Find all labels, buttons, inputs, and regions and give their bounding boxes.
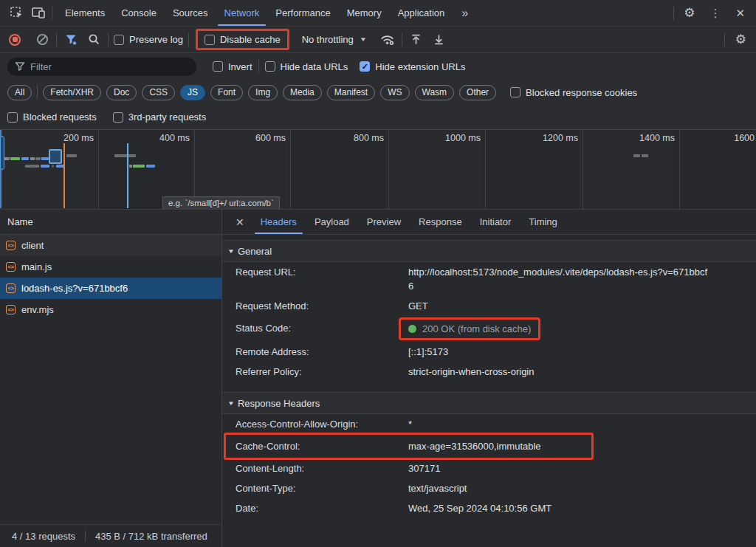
inspect-cursor-icon[interactable]: [7, 4, 25, 22]
disable-cache-label: Disable cache: [220, 34, 281, 45]
tab-sources[interactable]: Sources: [165, 0, 216, 26]
waterfall-bar: [642, 154, 648, 157]
transfer-summary: 435 B / 712 kB transferred: [95, 531, 207, 542]
export-har-icon[interactable]: [408, 31, 425, 49]
divider: [402, 33, 402, 47]
throttling-select[interactable]: No throttling ▼: [302, 34, 366, 45]
import-har-icon[interactable]: [430, 31, 448, 49]
details-tab-bar: ✕ Headers Payload Preview Response Initi…: [222, 210, 756, 235]
type-pill-css[interactable]: CSS: [142, 85, 175, 100]
type-pill-wasm[interactable]: Wasm: [415, 85, 455, 100]
tab-performance[interactable]: Performance: [267, 0, 338, 26]
hide-data-urls-group: Hide data URLs: [265, 61, 348, 72]
request-row-lodash-es[interactable]: <> lodash-es.js?v=671bbcf6: [0, 278, 221, 299]
timeline-gridline: [388, 130, 389, 209]
details-tab-response[interactable]: Response: [410, 210, 471, 234]
header-name: Content-Length:: [236, 461, 304, 475]
section-response-headers[interactable]: ▼ Response Headers: [222, 392, 756, 414]
network-settings-gear-icon[interactable]: ⚙: [730, 27, 752, 52]
tab-application[interactable]: Application: [390, 0, 453, 26]
type-pill-js[interactable]: JS: [180, 85, 205, 100]
details-tab-payload[interactable]: Payload: [306, 210, 358, 234]
overview-waterfall[interactable]: 200 ms400 ms600 ms800 ms1000 ms1200 ms14…: [0, 129, 756, 210]
third-party-requests-checkbox[interactable]: [113, 112, 123, 123]
search-icon[interactable]: [85, 31, 103, 49]
filter-toggle-icon[interactable]: [62, 31, 80, 49]
header-row-request-url: Request URL: http://localhost:5173/node_…: [222, 262, 756, 296]
network-conditions-icon[interactable]: [379, 31, 396, 49]
type-pill-all[interactable]: All: [7, 85, 32, 100]
type-pill-other[interactable]: Other: [459, 85, 496, 100]
details-tab-preview[interactable]: Preview: [358, 210, 410, 234]
type-pill-fetch-xhr[interactable]: Fetch/XHR: [43, 85, 101, 100]
waterfall-bar: [114, 154, 136, 157]
overview-window-handle[interactable]: [0, 136, 4, 170]
header-value: [::1]:5173: [408, 345, 749, 359]
tab-memory[interactable]: Memory: [339, 0, 390, 26]
request-list-empty-space: [0, 320, 221, 524]
disable-cache-checkbox[interactable]: [205, 35, 215, 45]
blocked-response-cookies-checkbox[interactable]: [510, 87, 520, 97]
hide-extension-urls-label: Hide extension URLs: [375, 61, 465, 72]
hide-extension-urls-group: ✓ Hide extension URLs: [360, 61, 465, 72]
timeline-gridline: [485, 130, 486, 209]
device-toolbar-icon[interactable]: [30, 4, 47, 22]
timeline-tick-label: 400 ms: [142, 133, 190, 143]
timeline-tick-label: 1200 ms: [531, 133, 578, 143]
timeline-tick-label: 1000 ms: [433, 133, 481, 143]
waterfall-bar: [129, 165, 132, 168]
type-pill-ws[interactable]: WS: [380, 85, 409, 100]
more-tabs-icon[interactable]: »: [457, 7, 472, 20]
request-row-client[interactable]: <> client: [0, 235, 221, 256]
request-row-env-mjs[interactable]: <> env.mjs: [0, 299, 221, 320]
blocked-requests-checkbox[interactable]: [7, 112, 18, 123]
tab-elements[interactable]: Elements: [57, 0, 113, 26]
script-file-icon: <>: [6, 262, 16, 272]
check-icon: ✓: [362, 62, 368, 72]
section-general[interactable]: ▼ General: [222, 240, 756, 262]
waterfall-bar: [4, 157, 10, 160]
type-pill-doc[interactable]: Doc: [106, 85, 137, 100]
throttling-value: No throttling: [302, 34, 354, 45]
name-column-header[interactable]: Name: [0, 210, 221, 235]
filter-input[interactable]: [7, 58, 196, 76]
clear-network-log-button[interactable]: [33, 31, 51, 49]
type-pill-img[interactable]: Img: [248, 85, 278, 100]
hide-data-urls-checkbox[interactable]: [265, 61, 275, 72]
header-row-request-method: Request Method: GET: [222, 296, 756, 316]
header-name: Request Method:: [236, 299, 309, 313]
network-toolbar: Preserve log Disable cache No throttling…: [0, 27, 756, 53]
blocked-response-cookies-group: Blocked response cookies: [510, 87, 637, 98]
record-network-log-button[interactable]: [9, 34, 21, 46]
invert-label: Invert: [228, 61, 252, 72]
type-pill-font[interactable]: Font: [210, 85, 243, 100]
details-tab-initiator[interactable]: Initiator: [471, 210, 520, 234]
waterfall-bar: [146, 165, 155, 168]
selected-request-marker: [49, 149, 62, 164]
header-value: http://localhost:5173/node_modules/.vite…: [408, 265, 712, 293]
details-tab-headers[interactable]: Headers: [252, 210, 306, 234]
kebab-menu-icon[interactable]: ⋮: [704, 0, 726, 26]
tab-console[interactable]: Console: [113, 0, 165, 26]
header-row-referrer-policy: Referrer Policy: strict-origin-when-cros…: [222, 362, 756, 382]
settings-gear-icon[interactable]: ⚙: [678, 0, 700, 26]
request-name: client: [21, 240, 44, 251]
annotation-box-status-code: 200 OK (from disk cache): [399, 317, 540, 340]
network-status-bar: 4 / 13 requests 435 B / 712 kB transferr…: [0, 524, 221, 547]
type-pill-media[interactable]: Media: [283, 85, 322, 100]
close-devtools-icon[interactable]: ✕: [730, 0, 750, 26]
divider: [52, 7, 52, 20]
invert-checkbox[interactable]: [213, 61, 223, 72]
timeline-gridline: [98, 130, 99, 209]
close-details-icon[interactable]: ✕: [231, 216, 252, 228]
details-tab-timing[interactable]: Timing: [520, 210, 566, 234]
blocked-requests-label: Blocked requests: [23, 111, 97, 123]
type-pill-manifest[interactable]: Manifest: [327, 85, 375, 100]
divider: [56, 33, 57, 47]
request-row-main-js[interactable]: <> main.js: [0, 256, 221, 278]
chevron-down-icon: ▼: [360, 36, 367, 43]
header-row-remote-address: Remote Address: [::1]:5173: [222, 342, 756, 362]
hide-extension-urls-checkbox[interactable]: ✓: [360, 61, 370, 72]
tab-network[interactable]: Network: [216, 0, 268, 26]
preserve-log-checkbox[interactable]: [114, 35, 124, 45]
